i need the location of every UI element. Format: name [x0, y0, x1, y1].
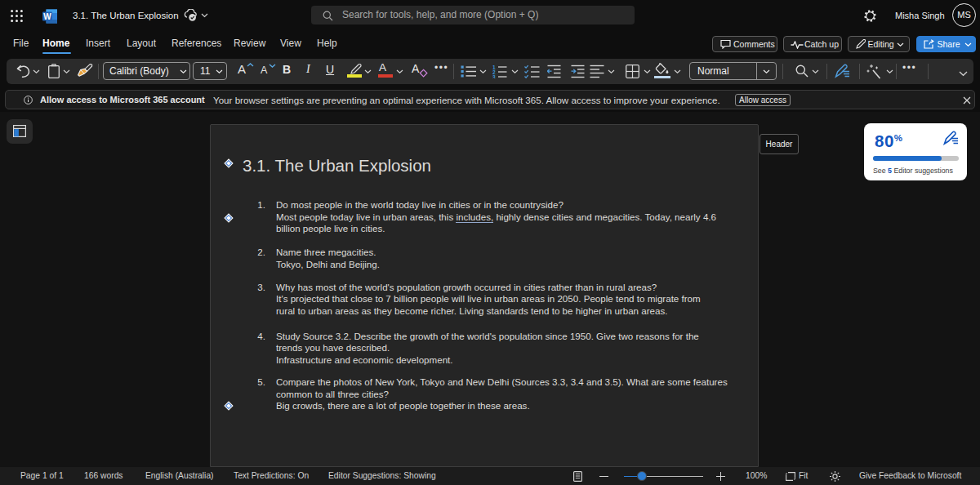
svg-text:3: 3 — [492, 74, 496, 79]
svg-text:W: W — [43, 12, 51, 21]
